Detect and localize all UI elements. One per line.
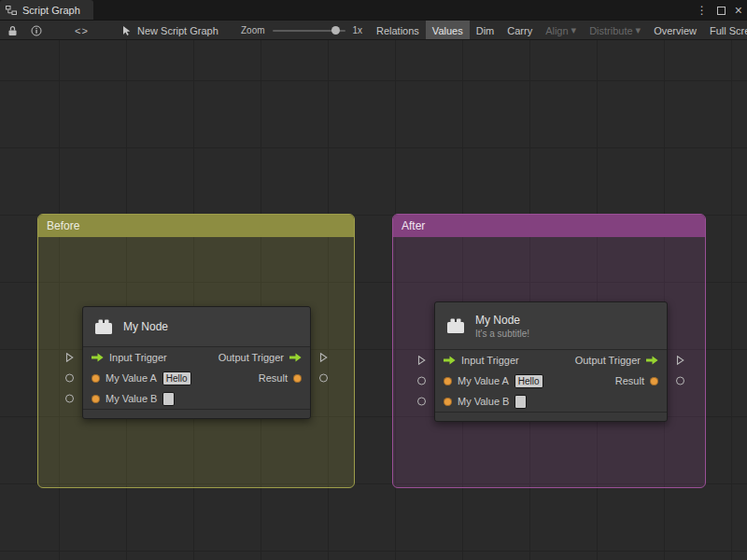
- node-row-value-b: My Value B: [435, 391, 667, 412]
- zoom-slider[interactable]: [273, 30, 345, 32]
- graph-canvas[interactable]: Before After My Node Input Trigger: [0, 40, 747, 560]
- port-label: Input Trigger: [109, 352, 167, 363]
- value-output-icon[interactable]: [293, 374, 302, 383]
- input-trigger-port-external[interactable]: [417, 356, 426, 366]
- info-icon[interactable]: [31, 21, 42, 40]
- value-b-field[interactable]: [514, 395, 527, 409]
- node-row-triggers: Input Trigger Output Trigger: [435, 350, 667, 371]
- graph-toolbar: <> New Script Graph Zoom 1x Relations Va…: [0, 21, 747, 40]
- port-label: My Value B: [106, 393, 157, 404]
- overview-button[interactable]: Overview: [647, 21, 703, 40]
- input-trigger-port-external[interactable]: [65, 353, 74, 363]
- zoom-slider-handle[interactable]: [331, 26, 340, 35]
- window-menu-icon[interactable]: ⋮: [697, 5, 708, 16]
- value-input-icon[interactable]: [92, 374, 100, 383]
- node-row-value-a: My Value A Hello Result: [435, 371, 667, 391]
- output-trigger-port-external[interactable]: [676, 356, 684, 366]
- output-trigger-port-external[interactable]: [319, 353, 328, 363]
- port-label: Output Trigger: [218, 352, 284, 363]
- dim-button[interactable]: Dim: [470, 21, 501, 40]
- port-label: My Value B: [458, 396, 509, 407]
- node-row-value-a: My Value A Hello Result: [83, 368, 310, 388]
- close-icon[interactable]: ×: [735, 4, 742, 17]
- chevron-down-icon: ▾: [636, 24, 641, 36]
- tab-title: Script Graph: [22, 5, 80, 16]
- maximize-icon[interactable]: [717, 7, 726, 15]
- node-footer: [435, 412, 667, 421]
- unit-brick-icon: [92, 316, 115, 337]
- chevron-down-icon: ▾: [571, 24, 577, 36]
- port-label: My Value A: [458, 375, 509, 386]
- value-input-icon[interactable]: [444, 377, 452, 385]
- group-title: After: [402, 219, 425, 232]
- value-b-field[interactable]: [162, 392, 175, 406]
- distribute-dropdown[interactable]: Distribute▾: [583, 21, 647, 40]
- fullscreen-button[interactable]: Full Screen: [703, 21, 747, 40]
- group-after-header[interactable]: After: [393, 215, 705, 237]
- control-input-icon[interactable]: [444, 356, 456, 365]
- node-footer: [83, 409, 310, 418]
- node-title: My Node: [475, 314, 529, 327]
- group-title: Before: [47, 219, 79, 232]
- port-label: Input Trigger: [461, 355, 519, 366]
- graph-name-label[interactable]: New Script Graph: [137, 25, 218, 36]
- lock-icon[interactable]: [7, 21, 18, 40]
- value-b-port-external[interactable]: [417, 398, 426, 406]
- value-b-port-external[interactable]: [65, 395, 74, 403]
- value-a-port-external[interactable]: [417, 377, 426, 385]
- align-dropdown[interactable]: Align▾: [539, 21, 583, 40]
- value-output-icon[interactable]: [650, 377, 658, 385]
- zoom-value: 1x: [353, 25, 363, 35]
- port-label: My Value A: [106, 372, 157, 384]
- node-title: My Node: [123, 320, 168, 333]
- values-button[interactable]: Values: [426, 21, 470, 40]
- group-before-header[interactable]: Before: [38, 215, 354, 237]
- value-a-field[interactable]: Hello: [514, 374, 543, 388]
- unit-brick-icon: [444, 315, 467, 336]
- node-header[interactable]: My Node: [83, 307, 310, 347]
- result-port-external[interactable]: [676, 377, 684, 385]
- control-output-icon[interactable]: [289, 353, 302, 362]
- script-graph-icon: [6, 5, 17, 16]
- control-output-icon[interactable]: [646, 356, 658, 365]
- carry-button[interactable]: Carry: [500, 21, 539, 40]
- node-my-node-before[interactable]: My Node Input Trigger Output Trigger My …: [82, 306, 311, 419]
- relations-button[interactable]: Relations: [370, 21, 426, 40]
- node-my-node-after[interactable]: My Node It's a subtitle! Input Trigger O…: [434, 301, 668, 422]
- port-label: Output Trigger: [575, 355, 641, 366]
- value-input-icon[interactable]: [92, 395, 100, 403]
- node-subtitle: It's a subtitle!: [475, 329, 529, 339]
- value-a-port-external[interactable]: [65, 374, 74, 383]
- tab-bar: Script Graph ⋮ ×: [0, 0, 747, 21]
- node-row-value-b: My Value B: [83, 388, 310, 409]
- value-input-icon[interactable]: [444, 398, 452, 406]
- control-input-icon[interactable]: [92, 353, 104, 362]
- zoom-label: Zoom: [241, 25, 265, 35]
- code-icon[interactable]: <>: [75, 21, 89, 40]
- node-row-triggers: Input Trigger Output Trigger: [83, 347, 310, 368]
- result-port-external[interactable]: [319, 374, 328, 383]
- node-header[interactable]: My Node It's a subtitle!: [435, 302, 667, 350]
- value-a-field[interactable]: Hello: [162, 371, 191, 385]
- port-label: Result: [615, 375, 644, 386]
- tab-script-graph[interactable]: Script Graph: [0, 0, 93, 20]
- port-label: Result: [259, 372, 288, 384]
- graph-pointer-icon: [121, 25, 132, 36]
